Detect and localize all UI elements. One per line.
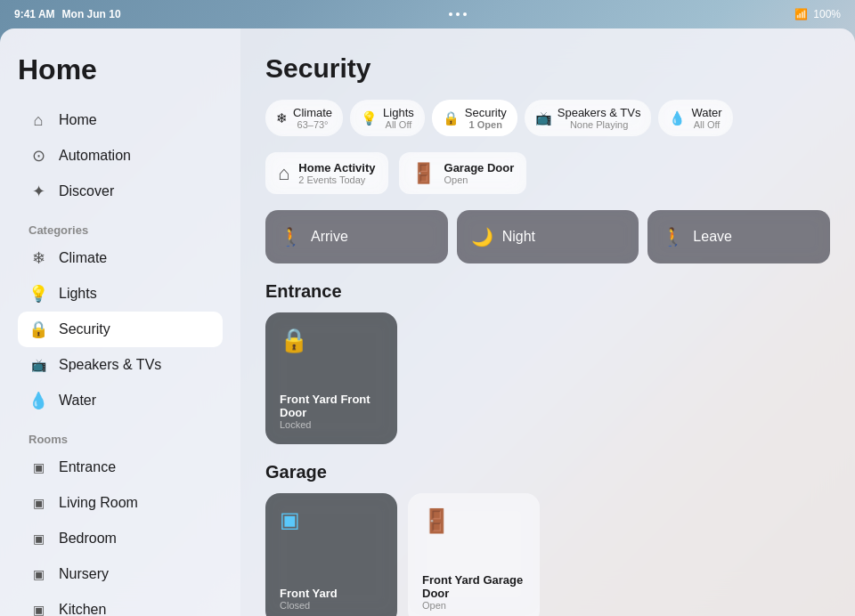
status-dot-3	[463, 12, 467, 16]
sidebar-label-nursery: Nursery	[59, 566, 109, 582]
sidebar-label-discover: Discover	[59, 183, 114, 199]
garage-door-title: Garage Door	[444, 161, 515, 174]
tab-lights[interactable]: 💡 Lights All Off	[350, 100, 425, 136]
home-icon: ⌂	[28, 110, 48, 130]
device-card-front-yard[interactable]: ▣ Front Yard Closed	[265, 493, 397, 616]
sidebar-label-lights: Lights	[59, 286, 97, 302]
section-garage-label: Garage	[265, 462, 830, 482]
section-entrance-label: Entrance	[265, 281, 830, 302]
status-right: 📶 100%	[794, 8, 841, 20]
device-card-front-yard-garage-door[interactable]: 🚪 Front Yard Garage Door Open	[408, 493, 540, 616]
front-door-icon: 🔒	[280, 327, 383, 354]
tab-security-icon: 🔒	[443, 110, 460, 126]
arrive-icon: 🚶	[280, 226, 302, 247]
tab-water-sub: All Off	[691, 119, 721, 130]
tab-climate-sub: 63–73°	[293, 119, 332, 130]
tab-speakers-label: Speakers & TVs	[558, 106, 641, 119]
water-icon: 💧	[28, 391, 48, 410]
status-dot-1	[449, 12, 452, 16]
kitchen-icon: ▣	[28, 600, 48, 616]
garage-door-device-icon: 🚪	[422, 507, 525, 535]
scene-arrive-label: Arrive	[311, 229, 348, 245]
sidebar-item-living-room[interactable]: ▣ Living Room	[18, 485, 223, 521]
tab-climate-label: Climate	[293, 106, 332, 119]
sidebar-item-lights[interactable]: 💡 Lights	[18, 276, 223, 312]
sidebar-label-home: Home	[59, 112, 97, 128]
nursery-icon: ▣	[28, 564, 48, 584]
sidebar: Home ⌂ Home ⊙ Automation ✦ Discover Cate…	[0, 28, 240, 616]
garage-device-grid: ▣ Front Yard Closed 🚪 Front Yard Garage …	[265, 493, 830, 616]
sidebar-label-automation: Automation	[59, 148, 131, 164]
entrance-device-grid: 🔒 Front Yard Front Door Locked	[265, 312, 830, 444]
sidebar-title: Home	[18, 53, 223, 86]
device-card-front-yard-front-door[interactable]: 🔒 Front Yard Front Door Locked	[265, 312, 397, 444]
tab-speakers-sub: None Playing	[558, 119, 641, 130]
garage-door-device-name: Front Yard Garage Door	[422, 573, 525, 600]
sidebar-label-bedroom: Bedroom	[59, 531, 117, 547]
living-room-icon: ▣	[28, 493, 48, 513]
scene-night-label: Night	[502, 229, 535, 245]
sidebar-label-security: Security	[59, 321, 110, 337]
battery-text: 100%	[813, 8, 841, 20]
tab-speakers-icon: 📺	[535, 110, 552, 126]
sidebar-label-entrance: Entrance	[59, 459, 116, 475]
front-door-name: Front Yard Front Door	[280, 393, 383, 419]
tab-speakers[interactable]: 📺 Speakers & TVs None Playing	[525, 100, 652, 136]
garage-door-text: Garage Door Open	[444, 161, 515, 185]
sidebar-item-climate[interactable]: ❄ Climate	[18, 240, 223, 276]
sidebar-label-speakers: Speakers & TVs	[59, 357, 161, 373]
lights-icon: 💡	[28, 284, 48, 304]
status-time: 9:41 AM	[14, 8, 55, 20]
tab-climate[interactable]: ❄ Climate 63–73°	[265, 100, 343, 136]
tab-security-sub: 1 Open	[465, 119, 507, 130]
app-container: Home ⌂ Home ⊙ Automation ✦ Discover Cate…	[0, 28, 855, 616]
sidebar-item-kitchen[interactable]: ▣ Kitchen	[18, 592, 223, 616]
status-date: Mon Jun 10	[62, 8, 121, 20]
tab-security-label: Security	[465, 106, 507, 119]
scenes-row: 🚶 Arrive 🌙 Night 🚶 Leave	[265, 210, 830, 263]
status-dot-2	[456, 12, 460, 16]
tab-lights-sub: All Off	[383, 119, 414, 130]
sidebar-item-security[interactable]: 🔒 Security	[18, 312, 223, 347]
home-activity-sub: 2 Events Today	[298, 174, 375, 185]
discover-icon: ✦	[28, 182, 48, 201]
sidebar-item-discover[interactable]: ✦ Discover	[18, 174, 223, 209]
sidebar-item-water[interactable]: 💧 Water	[18, 383, 223, 418]
climate-icon: ❄	[28, 248, 48, 268]
tab-water[interactable]: 💧 Water All Off	[658, 100, 732, 136]
info-card-garage-door[interactable]: 🚪 Garage Door Open	[399, 152, 527, 194]
sidebar-item-nursery[interactable]: ▣ Nursery	[18, 556, 223, 592]
scene-night-button[interactable]: 🌙 Night	[457, 210, 639, 263]
home-activity-title: Home Activity	[298, 161, 375, 174]
garage-door-sub: Open	[444, 174, 515, 185]
scene-arrive-button[interactable]: 🚶 Arrive	[265, 210, 448, 263]
leave-icon: 🚶	[662, 226, 684, 247]
scene-leave-label: Leave	[693, 229, 732, 245]
entrance-room-icon: ▣	[28, 458, 48, 477]
front-yard-icon: ▣	[280, 507, 383, 532]
sidebar-item-home[interactable]: ⌂ Home	[18, 102, 223, 138]
sidebar-item-bedroom[interactable]: ▣ Bedroom	[18, 521, 223, 556]
night-icon: 🌙	[471, 226, 493, 247]
sidebar-item-entrance[interactable]: ▣ Entrance	[18, 450, 223, 485]
tab-climate-icon: ❄	[276, 110, 288, 126]
sidebar-label-water: Water	[59, 393, 96, 409]
main-content: Security ❄ Climate 63–73° 💡 Lights All O…	[240, 28, 855, 616]
rooms-label: Rooms	[18, 418, 223, 450]
sidebar-item-automation[interactable]: ⊙ Automation	[18, 138, 223, 174]
sidebar-label-climate: Climate	[59, 250, 107, 266]
categories-label: Categories	[18, 209, 223, 240]
home-activity-icon: ⌂	[278, 162, 289, 185]
tab-water-label: Water	[691, 106, 721, 119]
sidebar-label-kitchen: Kitchen	[59, 602, 106, 616]
info-card-home-activity[interactable]: ⌂ Home Activity 2 Events Today	[265, 152, 388, 194]
garage-door-icon: 🚪	[411, 162, 436, 185]
automation-icon: ⊙	[28, 146, 48, 166]
tab-security[interactable]: 🔒 Security 1 Open	[432, 100, 517, 136]
scene-leave-button[interactable]: 🚶 Leave	[647, 210, 830, 263]
sidebar-item-speakers[interactable]: 📺 Speakers & TVs	[18, 347, 223, 383]
tab-lights-label: Lights	[383, 106, 414, 119]
front-door-status: Locked	[280, 419, 383, 430]
front-yard-status: Closed	[280, 600, 383, 611]
info-cards-row: ⌂ Home Activity 2 Events Today 🚪 Garage …	[265, 152, 830, 194]
